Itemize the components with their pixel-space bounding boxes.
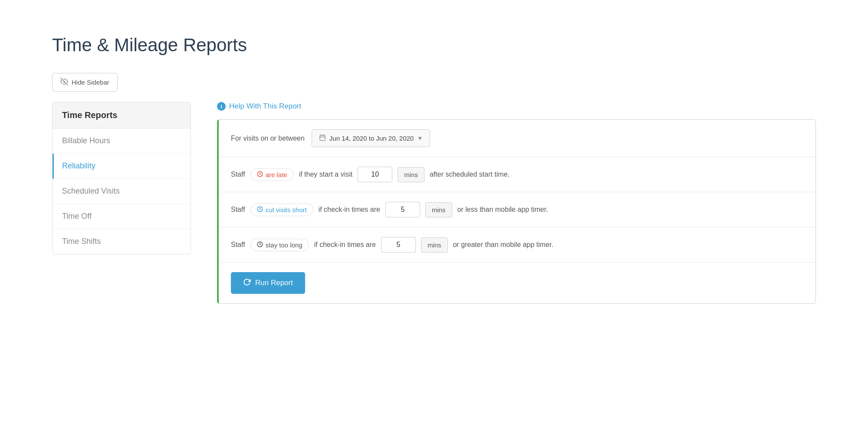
page-title: Time & Mileage Reports bbox=[52, 35, 816, 56]
run-report-label: Run Report bbox=[255, 279, 293, 287]
sidebar-item-billable-hours[interactable]: Billable Hours bbox=[53, 128, 191, 154]
short-minutes-input[interactable] bbox=[385, 202, 420, 217]
sidebar-item-label: Scheduled Visits bbox=[62, 187, 120, 196]
sidebar-item-time-shifts[interactable]: Time Shifts bbox=[53, 229, 191, 254]
sidebar-item-scheduled-visits[interactable]: Scheduled Visits bbox=[53, 179, 191, 204]
svg-rect-1 bbox=[320, 135, 325, 141]
hide-sidebar-label: Hide Sidebar bbox=[72, 79, 109, 86]
report-panel: For visits on or between Jun 14, 2020 to… bbox=[217, 119, 816, 304]
short-row: Staff cut visits short if check-in times… bbox=[219, 192, 815, 227]
long-staff-label: Staff bbox=[231, 241, 245, 249]
calendar-icon bbox=[319, 134, 326, 142]
long-mins-unit: mins bbox=[421, 237, 448, 253]
long-suffix: or greater than mobile app timer. bbox=[453, 241, 553, 249]
sidebar: Time Reports Billable Hours Reliability … bbox=[52, 102, 191, 254]
date-range-label: For visits on or between bbox=[231, 135, 305, 142]
short-mins-unit: mins bbox=[425, 202, 452, 217]
info-icon: i bbox=[217, 102, 226, 111]
long-badge: stay too long bbox=[250, 239, 309, 251]
late-condition-label: if they start a visit bbox=[299, 171, 353, 178]
run-report-button[interactable]: Run Report bbox=[231, 272, 305, 294]
sidebar-item-label: Reliability bbox=[62, 161, 95, 171]
help-link[interactable]: i Help With This Report bbox=[217, 102, 301, 111]
late-mins-unit: mins bbox=[398, 167, 424, 182]
run-report-row: Run Report bbox=[219, 263, 815, 303]
short-badge-label: cut visits short bbox=[266, 206, 307, 214]
sidebar-item-time-off[interactable]: Time Off bbox=[53, 204, 191, 229]
late-staff-label: Staff bbox=[231, 171, 245, 178]
refresh-icon bbox=[243, 278, 251, 288]
clock-icon-dark bbox=[257, 241, 263, 249]
long-badge-label: stay too long bbox=[266, 241, 302, 249]
help-link-label: Help With This Report bbox=[229, 102, 301, 111]
sidebar-item-label: Time Off bbox=[62, 212, 92, 221]
sidebar-header: Time Reports bbox=[53, 102, 191, 128]
sidebar-item-label: Billable Hours bbox=[62, 136, 110, 145]
long-minutes-input[interactable] bbox=[381, 237, 416, 253]
date-picker-button[interactable]: Jun 14, 2020 to Jun 20, 2020 ▼ bbox=[312, 129, 430, 147]
late-row: Staff are late if they star bbox=[219, 157, 815, 192]
late-badge: are late bbox=[250, 168, 294, 181]
clock-icon-red bbox=[257, 171, 263, 178]
chevron-down-icon: ▼ bbox=[417, 135, 423, 141]
sidebar-item-label: Time Shifts bbox=[62, 237, 101, 246]
date-range-value: Jun 14, 2020 to Jun 20, 2020 bbox=[329, 135, 414, 142]
date-range-row: For visits on or between Jun 14, 2020 to… bbox=[219, 120, 815, 157]
short-suffix: or less than mobile app timer. bbox=[457, 206, 548, 214]
late-minutes-input[interactable] bbox=[358, 167, 392, 182]
sidebar-item-reliability[interactable]: Reliability bbox=[53, 154, 191, 179]
hide-sidebar-button[interactable]: Hide Sidebar bbox=[52, 73, 118, 92]
clock-icon-blue bbox=[257, 206, 263, 214]
content-area: i Help With This Report For visits on or… bbox=[217, 102, 816, 304]
long-row: Staff stay too long if check-in times ar… bbox=[219, 227, 815, 263]
short-badge: cut visits short bbox=[250, 204, 313, 216]
late-suffix: after scheduled start time. bbox=[430, 171, 510, 178]
short-staff-label: Staff bbox=[231, 206, 245, 214]
eye-off-icon bbox=[60, 78, 68, 87]
short-condition-label: if check-in times are bbox=[319, 206, 380, 214]
late-badge-label: are late bbox=[266, 171, 287, 178]
long-condition-label: if check-in times are bbox=[314, 241, 376, 249]
